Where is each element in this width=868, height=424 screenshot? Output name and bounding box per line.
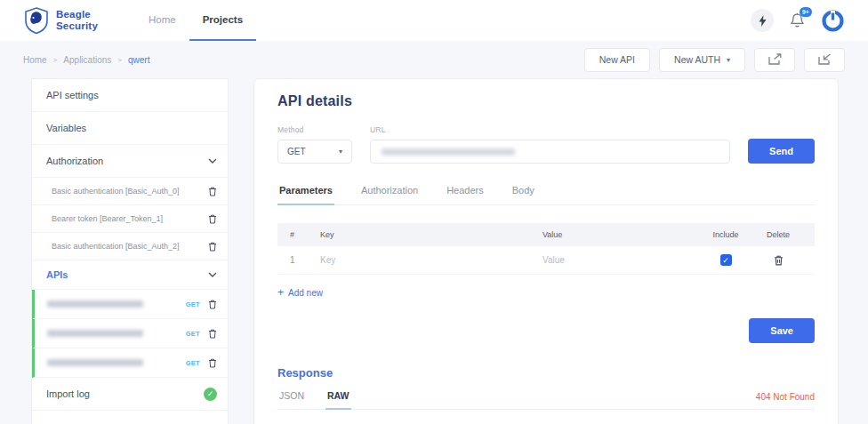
response-title: Response bbox=[277, 366, 815, 380]
lightning-bolt-icon bbox=[759, 15, 767, 27]
tab-json[interactable]: JSON bbox=[277, 390, 306, 410]
sidebar-item-variables[interactable]: Variables bbox=[32, 112, 228, 145]
auth-item-label: Basic authentication [Basic_Auth_2] bbox=[52, 242, 180, 251]
toolbar-row: Home > Applications > qwert New API New … bbox=[0, 41, 868, 78]
notification-count-badge: 9+ bbox=[800, 7, 812, 17]
export-icon bbox=[768, 53, 783, 66]
include-checkbox[interactable]: ✓ bbox=[720, 254, 732, 266]
power-icon bbox=[821, 9, 845, 33]
chevron-down-icon bbox=[208, 272, 217, 277]
table-header-row: # Key Value Include Delete bbox=[277, 223, 815, 246]
save-button[interactable]: Save bbox=[749, 318, 815, 343]
request-tabs: Parameters Authorization Headers Body bbox=[277, 185, 815, 205]
notifications-button[interactable]: 9+ bbox=[790, 12, 805, 29]
table-row: 1 Key Value ✓ bbox=[277, 246, 815, 275]
sidebar-api-item[interactable]: GET bbox=[32, 319, 228, 348]
sidebar-api-item[interactable]: GET bbox=[32, 348, 228, 378]
method-value: GET bbox=[287, 147, 306, 156]
chevron-down-icon bbox=[208, 158, 217, 164]
value-input[interactable]: Value bbox=[542, 255, 697, 265]
nav-home[interactable]: Home bbox=[135, 0, 189, 41]
method-tag: GET bbox=[186, 330, 200, 338]
auth-item-label: Bearer token [Bearer_Token_1] bbox=[52, 214, 163, 223]
trash-icon[interactable] bbox=[208, 358, 217, 368]
shield-dog-icon bbox=[23, 6, 50, 35]
quick-actions-button[interactable] bbox=[751, 9, 774, 32]
logout-power-button[interactable] bbox=[821, 9, 845, 33]
tab-parameters[interactable]: Parameters bbox=[277, 185, 334, 205]
sidebar-auth-item-basic-auth-0[interactable]: Basic authentication [Basic_Auth_0] bbox=[32, 178, 228, 205]
breadcrumb: Home > Applications > qwert bbox=[23, 55, 149, 65]
sidebar-item-authorization[interactable]: Authorization bbox=[32, 145, 228, 178]
sidebar-item-label: Authorization bbox=[46, 156, 103, 166]
tab-headers[interactable]: Headers bbox=[445, 185, 486, 205]
tab-body[interactable]: Body bbox=[510, 185, 536, 205]
tab-authorization[interactable]: Authorization bbox=[359, 185, 420, 205]
col-delete: Delete bbox=[754, 230, 802, 239]
sidebar: API settings Variables Authorization Bas… bbox=[31, 78, 229, 424]
sidebar-item-label: API settings bbox=[46, 90, 99, 100]
sidebar-auth-item-bearer-token-1[interactable]: Bearer token [Bearer_Token_1] bbox=[32, 205, 228, 233]
page-title: API details bbox=[277, 93, 815, 109]
import-collection-button[interactable] bbox=[804, 48, 845, 72]
add-new-button[interactable]: + Add new bbox=[277, 286, 323, 299]
method-select[interactable]: GET ▾ bbox=[277, 140, 352, 164]
sidebar-item-apis[interactable]: APIs bbox=[32, 260, 228, 290]
breadcrumb-separator: > bbox=[53, 56, 58, 64]
url-label: URL bbox=[370, 125, 730, 134]
chevron-down-icon: ▾ bbox=[727, 56, 730, 64]
sidebar-item-label: Variables bbox=[46, 123, 86, 133]
main-panel: API details Method GET ▾ URL Send Parame… bbox=[253, 78, 839, 424]
import-icon bbox=[817, 53, 832, 66]
request-builder: Method GET ▾ URL Send bbox=[277, 125, 815, 164]
chevron-down-icon: ▾ bbox=[339, 148, 342, 156]
send-button[interactable]: Send bbox=[748, 139, 815, 164]
col-value: Value bbox=[542, 230, 697, 239]
trash-icon[interactable] bbox=[208, 242, 217, 252]
url-group: URL bbox=[370, 125, 730, 164]
trash-icon[interactable] bbox=[208, 214, 217, 224]
export-collection-button[interactable] bbox=[754, 48, 795, 72]
trash-icon[interactable] bbox=[208, 300, 217, 309]
sidebar-item-label: Import log bbox=[46, 388, 90, 399]
beagle-security-logo[interactable]: Beagle Security bbox=[23, 6, 98, 35]
sidebar-auth-item-basic-auth-2[interactable]: Basic authentication [Basic_Auth_2] bbox=[32, 233, 228, 260]
auth-item-label: Basic authentication [Basic_Auth_0] bbox=[52, 187, 180, 196]
sidebar-item-label: APIs bbox=[46, 269, 68, 280]
tab-raw[interactable]: RAW bbox=[326, 390, 351, 410]
logo-text: Beagle Security bbox=[56, 9, 98, 32]
key-input[interactable]: Key bbox=[320, 255, 542, 265]
sidebar-item-import-log[interactable]: Import log ✓ bbox=[32, 378, 228, 411]
breadcrumb-applications[interactable]: Applications bbox=[63, 55, 111, 65]
col-include: Include bbox=[697, 230, 754, 239]
trash-icon[interactable] bbox=[208, 187, 217, 196]
row-number: 1 bbox=[290, 255, 320, 265]
toolbar-actions: New API New AUTH ▾ bbox=[584, 48, 845, 72]
response-status: 404 Not Found bbox=[756, 392, 815, 409]
col-key: Key bbox=[320, 230, 542, 239]
parameters-table: # Key Value Include Delete 1 Key Value ✓ bbox=[277, 223, 815, 275]
method-group: Method GET ▾ bbox=[277, 125, 352, 164]
new-auth-dropdown-button[interactable]: New AUTH ▾ bbox=[659, 48, 745, 72]
redacted-api-name bbox=[47, 330, 143, 337]
breadcrumb-separator: > bbox=[117, 56, 122, 64]
sidebar-api-item[interactable]: GET bbox=[32, 290, 228, 319]
url-input[interactable] bbox=[370, 140, 730, 164]
new-api-button[interactable]: New API bbox=[584, 48, 650, 72]
breadcrumb-home[interactable]: Home bbox=[23, 55, 47, 65]
redacted-api-name bbox=[47, 300, 143, 308]
nav-projects[interactable]: Projects bbox=[189, 0, 256, 41]
add-new-label: Add new bbox=[288, 288, 323, 298]
trash-icon[interactable] bbox=[208, 329, 217, 339]
plus-icon: + bbox=[277, 286, 284, 299]
success-check-icon: ✓ bbox=[204, 388, 217, 401]
sidebar-item-api-settings[interactable]: API settings bbox=[32, 79, 228, 112]
breadcrumb-current-project[interactable]: qwert bbox=[128, 55, 149, 65]
new-auth-label: New AUTH bbox=[674, 54, 720, 65]
top-bar: Beagle Security Home Projects 9+ bbox=[0, 0, 868, 41]
trash-icon[interactable] bbox=[774, 255, 784, 266]
new-api-label: New API bbox=[599, 54, 635, 65]
main-nav: Home Projects bbox=[135, 0, 256, 41]
redacted-api-name bbox=[47, 359, 143, 366]
response-tabs: JSON RAW 404 Not Found bbox=[277, 390, 815, 410]
